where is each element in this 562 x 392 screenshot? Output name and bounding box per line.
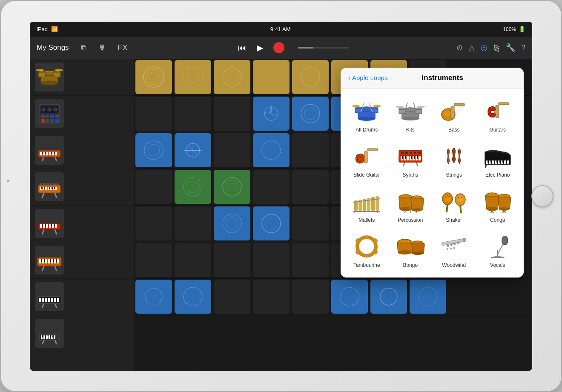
grid-cell[interactable] xyxy=(253,133,290,167)
grid-cell[interactable] xyxy=(253,206,290,240)
svg-rect-80 xyxy=(41,259,42,262)
grid-cell-empty[interactable] xyxy=(175,97,211,131)
status-right: 100% 🔋 xyxy=(503,26,525,32)
grid-cell-empty[interactable] xyxy=(135,170,172,204)
track-item-keys1[interactable] xyxy=(30,132,134,169)
grid-cell[interactable] xyxy=(175,133,211,167)
grid-cell-empty[interactable] xyxy=(253,170,290,204)
instrument-strings[interactable]: Strings xyxy=(433,139,475,182)
play-button[interactable]: ▶ xyxy=(257,43,263,53)
track-item-beatmaker[interactable] xyxy=(30,96,134,132)
track-item-synth2[interactable] xyxy=(30,242,134,279)
grid-cell-empty[interactable] xyxy=(135,206,172,240)
svg-rect-79 xyxy=(57,259,59,263)
grid-cell[interactable] xyxy=(175,280,211,314)
grid-cell[interactable] xyxy=(214,170,250,204)
instrument-mallets[interactable]: Mallets xyxy=(346,184,388,227)
instrument-guitars[interactable]: Guitars xyxy=(477,94,519,137)
grid-cell[interactable] xyxy=(135,280,172,314)
track-item-drums[interactable] xyxy=(30,59,134,96)
grid-cell-empty[interactable] xyxy=(292,280,329,314)
dual-screen-button[interactable]: ⧉ xyxy=(77,42,90,54)
grid-cell-empty[interactable] xyxy=(175,243,211,277)
grid-cell-empty[interactable] xyxy=(292,170,329,204)
grid-cell[interactable] xyxy=(292,97,329,131)
track-icon-drums xyxy=(35,63,64,92)
grid-cell[interactable] xyxy=(135,60,172,94)
track-item-keys2[interactable] xyxy=(30,206,134,242)
svg-rect-239 xyxy=(376,196,379,211)
instrument-all-drums[interactable]: All Drums xyxy=(346,94,388,137)
instrument-shaker[interactable]: Shaker xyxy=(433,184,475,227)
track-item-synth1[interactable] xyxy=(30,169,134,206)
record-button[interactable] xyxy=(273,42,284,53)
svg-point-20 xyxy=(42,108,45,111)
instrument-synths[interactable]: Synths xyxy=(390,139,432,182)
grid-cell-empty[interactable] xyxy=(292,243,329,277)
grid-cell[interactable] xyxy=(410,280,446,314)
grid-cell[interactable] xyxy=(214,60,250,94)
instrument-tambourine[interactable]: Tambourine xyxy=(346,229,388,272)
mixer-icon[interactable]: ⧎ xyxy=(493,43,500,52)
loops-icon[interactable]: ◎ xyxy=(481,43,487,52)
side-button xyxy=(7,180,9,182)
grid-cell[interactable] xyxy=(253,97,290,131)
help-icon[interactable]: ? xyxy=(521,43,525,52)
fx-button[interactable]: FX xyxy=(115,42,131,54)
circle-icon[interactable]: ⊙ xyxy=(456,43,463,52)
track-item-keys3[interactable] xyxy=(30,279,134,315)
svg-point-181 xyxy=(444,111,451,117)
conga-label: Conga xyxy=(490,217,505,223)
home-button[interactable] xyxy=(531,185,553,207)
metronome-icon[interactable]: △ xyxy=(469,43,475,52)
track-item-keys4[interactable] xyxy=(30,315,134,352)
grid-cell-empty[interactable] xyxy=(214,243,250,277)
svg-line-253 xyxy=(447,205,447,212)
grid-cell-empty[interactable] xyxy=(214,133,250,167)
instrument-bass[interactable]: Bass xyxy=(433,94,475,137)
grid-cell[interactable] xyxy=(214,206,250,240)
grid-cell[interactable] xyxy=(370,280,407,314)
instrument-bongo[interactable]: Bongo xyxy=(390,229,432,272)
svg-rect-183 xyxy=(454,103,465,106)
instrument-elec-piano[interactable]: Elec Piano xyxy=(477,139,519,182)
rewind-button[interactable]: ⏮ xyxy=(238,43,247,53)
back-button[interactable]: ‹ Apple Loops xyxy=(348,74,387,81)
svg-rect-83 xyxy=(53,259,54,262)
grid-cell-empty[interactable] xyxy=(253,243,290,277)
instrument-slide-guitar[interactable]: Slide Guitar xyxy=(346,139,388,182)
svg-rect-97 xyxy=(50,298,51,300)
svg-rect-207 xyxy=(402,156,403,159)
grid-cell-empty[interactable] xyxy=(135,243,172,277)
grid-cell[interactable] xyxy=(135,133,172,167)
instrument-woodwind[interactable]: Woodwind xyxy=(433,229,475,272)
bongo-icon xyxy=(395,233,426,260)
svg-rect-109 xyxy=(42,335,43,338)
grid-cell-empty[interactable] xyxy=(135,97,172,131)
instrument-conga[interactable]: Conga xyxy=(477,184,519,227)
mic-button[interactable]: 🎙 xyxy=(95,42,109,54)
vocals-label: Vocals xyxy=(490,262,505,268)
instrument-percussion[interactable]: Percussion xyxy=(390,184,432,227)
grid-cell[interactable] xyxy=(292,60,329,94)
grid-cell[interactable] xyxy=(175,60,211,94)
grid-cell-empty[interactable] xyxy=(214,280,250,314)
grid-cell[interactable] xyxy=(331,280,368,314)
grid-cell[interactable] xyxy=(175,170,211,204)
grid-cell-empty[interactable] xyxy=(292,206,329,240)
svg-rect-231 xyxy=(499,160,501,163)
svg-rect-62 xyxy=(46,224,48,228)
all-drums-label: All Drums xyxy=(356,127,378,133)
conga-icon xyxy=(482,188,513,215)
settings-icon[interactable]: 🔧 xyxy=(506,43,515,52)
grid-cell-empty[interactable] xyxy=(214,97,250,131)
grid-cell-empty[interactable] xyxy=(175,206,211,240)
instrument-vocals[interactable]: Vocals xyxy=(477,229,519,272)
grid-cell[interactable] xyxy=(253,60,290,94)
tambourine-label: Tambourine xyxy=(353,262,380,268)
grid-cell-empty[interactable] xyxy=(253,280,290,314)
instrument-kits[interactable]: Kits xyxy=(390,94,432,137)
grid-cell-empty[interactable] xyxy=(292,133,329,167)
svg-rect-15 xyxy=(55,114,59,118)
my-songs-button[interactable]: My Songs xyxy=(37,43,69,52)
